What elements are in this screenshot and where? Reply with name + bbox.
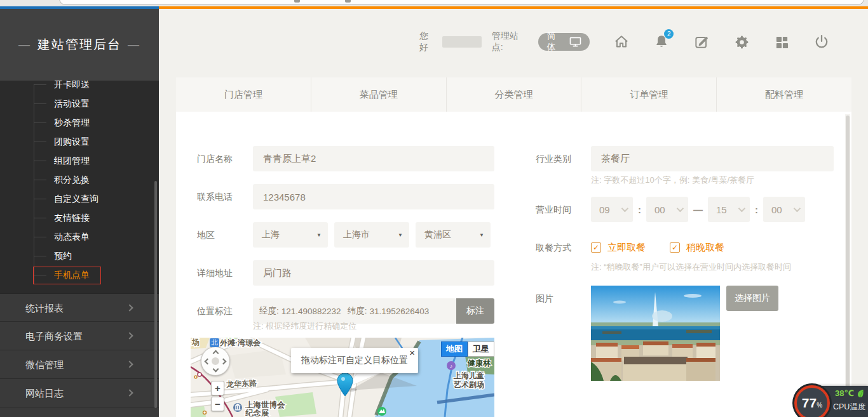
edit-button[interactable] (693, 34, 710, 50)
tab-category-management[interactable]: 分类管理 (446, 77, 581, 112)
map-label-theater-2: 艺术剧场 (453, 380, 484, 389)
map-label-bund: 外滩·湾璟会 (219, 338, 261, 347)
chevron-down-icon (738, 205, 745, 212)
pickup-now-label: 立即取餐 (607, 242, 646, 254)
store-name-label: 门店名称 (197, 146, 233, 171)
location-map[interactable]: ♪ 外滩·湾璟会 场 龙华东路 上海世博会 纪念展 上海儿童 艺术剧场 健康林 … (191, 338, 494, 417)
browser-icon (294, 0, 300, 3)
sidebar-item-seckill[interactable]: 秒杀管理 (0, 113, 159, 132)
chevron-right-icon (126, 304, 133, 311)
sidebar-item-points[interactable]: 积分兑换 (0, 170, 159, 189)
pan-left-icon[interactable] (205, 359, 211, 365)
sidebar-item-groupbuy[interactable]: 团购设置 (0, 132, 159, 151)
sidebar: 开卡即送 活动设置 秒杀管理 团购设置 组团管理 积分兑换 自定义查询 友情链接… (0, 9, 159, 417)
store-name-input[interactable]: 青青原上草2 (253, 146, 494, 171)
sidebar-scrollbar[interactable] (154, 181, 157, 408)
logout-button[interactable] (813, 34, 830, 50)
sidebar-section-ecommerce[interactable]: 电子商务设置 (0, 322, 159, 350)
map-label-expo-2: 纪念展 (245, 409, 269, 417)
home-icon (613, 34, 630, 50)
module-tabbar: 门店管理 菜品管理 分类管理 订单管理 配料管理 (176, 77, 851, 112)
time-colon: : (755, 204, 758, 215)
caret-down-icon: ▼ (479, 232, 484, 238)
page-title: 建站管理后台 (37, 36, 121, 53)
settings-button[interactable] (733, 34, 750, 50)
pickup-note: 注: “稍晚取餐”用户可以选择在营业时间内选择取餐时间 (591, 261, 791, 273)
sidebar-section-sitelog[interactable]: 网站日志 (0, 379, 159, 407)
district-select[interactable]: 黄浦区▼ (416, 222, 491, 248)
map-compass-control[interactable] (201, 347, 230, 376)
chevron-down-icon (621, 205, 628, 212)
end-hour-select[interactable]: 15 (708, 197, 750, 222)
cpu-temp-row: 38℃ (835, 388, 864, 398)
map-label-theater-1: 上海儿童 (453, 371, 484, 380)
map-park-icon (377, 407, 386, 416)
end-minute-select[interactable]: 00 (763, 197, 805, 222)
browser-chrome-strip (0, 0, 868, 6)
language-switch-button[interactable]: 简体 (538, 33, 590, 51)
mark-location-button[interactable]: 标注 (456, 298, 494, 324)
close-icon[interactable]: × (409, 348, 415, 358)
address-input[interactable]: 局门路 (253, 260, 494, 286)
map-zoom-out-button[interactable]: − (211, 397, 224, 411)
chevron-down-icon (677, 205, 684, 212)
home-button[interactable] (613, 34, 630, 50)
geo-input[interactable]: 经度: 121.490882232 纬度: 31.1952626403 (253, 298, 456, 324)
pickup-now-checkbox[interactable]: ✓ (591, 242, 601, 253)
check-icon: ✓ (593, 243, 599, 252)
sidebar-item-links[interactable]: 友情链接 (0, 208, 159, 227)
city-select[interactable]: 上海市▼ (334, 222, 409, 248)
browser-address-bar[interactable] (59, 0, 864, 5)
sidebar-item-dynamic-form[interactable]: 动态表单 (0, 227, 159, 246)
chevron-down-icon (794, 205, 801, 212)
map-music-icon: ♪ (447, 361, 456, 370)
longitude-value: 121.490882232 (281, 307, 341, 316)
pickup-later-checkbox[interactable]: ✓ (670, 242, 680, 253)
tab-order-management[interactable]: 订单管理 (581, 77, 716, 112)
tab-ingredient-management[interactable]: 配料管理 (716, 77, 851, 112)
industry-input[interactable]: 茶餐厅 (591, 146, 834, 171)
industry-note: 注: 字数不超过10个字，例: 美食/粤菜/茶餐厅 (591, 175, 754, 186)
pan-right-icon[interactable] (220, 359, 227, 365)
gear-icon (734, 34, 750, 50)
content-scrollbar-thumb[interactable] (846, 116, 850, 415)
province-select[interactable]: 上海▼ (253, 222, 328, 248)
sidebar-item-activity[interactable]: 活动设置 (0, 94, 159, 113)
satellite-view-button[interactable]: 卫星 (468, 341, 494, 357)
notifications-button[interactable]: 2 (653, 34, 670, 50)
start-hour-select[interactable]: 09 (591, 197, 633, 222)
choose-image-button[interactable]: 选择图片 (726, 286, 778, 311)
sidebar-section-wechat[interactable]: 微信管理 (0, 350, 159, 379)
pan-down-icon[interactable] (213, 366, 219, 373)
map-view-button[interactable]: 地图 (441, 341, 468, 357)
accent-line-orange (159, 6, 868, 9)
sidebar-item-custom-query[interactable]: 自定义查询 (0, 189, 159, 208)
time-colon: : (638, 204, 641, 215)
pickup-options-row: ✓ 立即取餐 ✓ 稍晚取餐 (591, 240, 724, 255)
monitor-icon (569, 37, 581, 47)
pickup-label: 取餐方式 (536, 235, 571, 260)
cpu-percent-unit: % (817, 402, 822, 409)
pan-up-icon[interactable] (213, 350, 219, 357)
apps-button[interactable] (773, 34, 790, 50)
phone-input[interactable]: 12345678 (253, 184, 494, 209)
tab-dish-management[interactable]: 菜品管理 (311, 77, 446, 112)
tab-store-management[interactable]: 门店管理 (176, 77, 311, 112)
sidebar-item-booking[interactable]: 预约 (0, 246, 159, 265)
start-minute-select[interactable]: 00 (646, 197, 688, 222)
address-label: 详细地址 (197, 260, 233, 286)
sidebar-item-group[interactable]: 组团管理 (0, 151, 159, 170)
cpu-usage-gauge[interactable]: 77 % (794, 385, 830, 417)
grid-icon (775, 35, 789, 50)
map-label-road: 龙华东路 (226, 378, 258, 389)
map-zoom-in-button[interactable]: + (211, 381, 224, 395)
sidebar-item-mobile-order[interactable]: 手机点单 (0, 265, 159, 284)
store-photo (591, 286, 720, 381)
business-hours-row: 09 : 00 — 15 : 00 (591, 197, 805, 222)
north-indicator: 北 (210, 338, 219, 347)
svg-text:♪: ♪ (450, 363, 453, 369)
sidebar-section-reports[interactable]: 统计报表 (0, 293, 159, 322)
check-icon: ✓ (672, 243, 678, 252)
cpu-temp-value: 38℃ (835, 388, 854, 398)
phone-label: 联系电话 (197, 184, 233, 209)
